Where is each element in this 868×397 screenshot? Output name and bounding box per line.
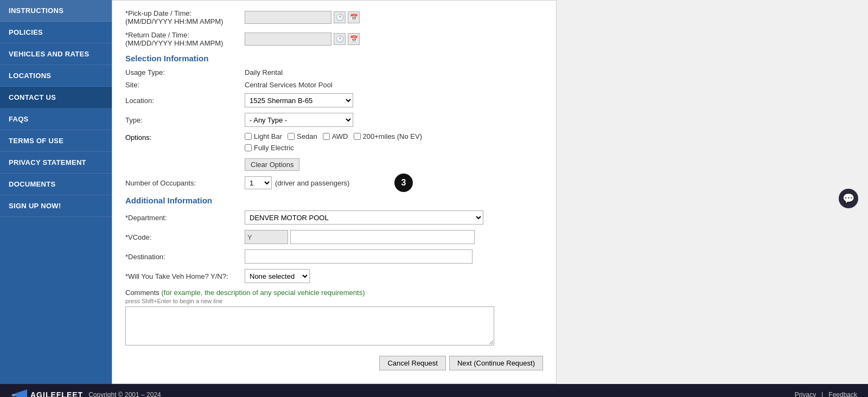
department-label: *Department: xyxy=(125,214,245,222)
sidebar: INSTRUCTIONS POLICIES VEHICLES AND RATES… xyxy=(0,0,112,384)
take-home-label: *Will You Take Veh Home? Y/N?: xyxy=(125,272,245,280)
return-date-group: 🕐 📅 xyxy=(245,33,360,46)
step-badge: 3 xyxy=(394,174,413,192)
location-row: Location: 1525 Sherman B-65 xyxy=(125,93,543,107)
cancel-request-button[interactable]: Cancel Request xyxy=(379,356,446,370)
usage-type-label: Usage Type: xyxy=(125,68,245,76)
options-row: Options: Light Bar Sedan xyxy=(125,132,543,171)
options-label: Options: xyxy=(125,132,245,142)
vcode-group xyxy=(245,230,475,244)
agilefleet-logo-icon: AF xyxy=(11,389,27,397)
sidebar-item-policies[interactable]: POLICIES xyxy=(0,22,112,43)
options-group: Light Bar Sedan AWD 200+miles (No E xyxy=(245,132,422,171)
pickup-date-label: *Pick-up Date / Time: (MM/DD/YYYY HH:MM … xyxy=(125,9,245,25)
footer-logo: AF AGILEFLEET xyxy=(11,389,83,397)
option-sedan-checkbox[interactable] xyxy=(288,133,295,140)
type-row: Type: - Any Type - xyxy=(125,113,543,127)
sidebar-item-terms-of-use[interactable]: TERMS OF USE xyxy=(0,130,112,152)
return-date-row: *Return Date / Time: (MM/DD/YYYY HH:MM A… xyxy=(125,31,543,47)
sidebar-item-instructions[interactable]: INSTRUCTIONS xyxy=(0,0,112,22)
sidebar-item-privacy-statement[interactable]: PRIVACY STATEMENT xyxy=(0,152,112,174)
option-200miles-checkbox[interactable] xyxy=(354,133,361,140)
option-awd-checkbox[interactable] xyxy=(323,133,330,140)
sidebar-item-locations[interactable]: LOCATIONS xyxy=(0,65,112,87)
option-awd-label[interactable]: AWD xyxy=(323,132,348,140)
return-calendar-icon[interactable]: 📅 xyxy=(348,33,360,45)
take-home-select[interactable]: None selected Yes No xyxy=(245,269,310,283)
destination-input[interactable] xyxy=(245,249,473,264)
footer-brand-name: AGILEFLEET xyxy=(30,390,83,397)
usage-type-row: Usage Type: Daily Rental xyxy=(125,68,543,76)
location-select[interactable]: 1525 Sherman B-65 xyxy=(245,93,353,107)
option-fully-electric-checkbox[interactable] xyxy=(245,144,252,151)
option-fully-electric-label[interactable]: Fully Electric xyxy=(245,144,294,152)
options-row-1: Light Bar Sedan AWD 200+miles (No E xyxy=(245,132,422,140)
button-row: Cancel Request Next (Continue Request) xyxy=(125,356,543,370)
option-light-bar-checkbox[interactable] xyxy=(245,133,252,140)
sidebar-item-documents[interactable]: DOCUMENTS xyxy=(0,174,112,195)
comments-textarea[interactable] xyxy=(125,306,494,345)
footer-copyright: Copyright © 2001 – 2024 xyxy=(88,391,161,397)
clear-options-button[interactable]: Clear Options xyxy=(245,158,299,171)
department-row: *Department: DENVER MOTOR POOL xyxy=(125,210,543,225)
occupants-label: Number of Occupants: xyxy=(125,179,245,187)
site-row: Site: Central Services Motor Pool xyxy=(125,81,543,89)
comments-label: Comments (for example, the description o… xyxy=(125,289,543,297)
option-light-bar-label[interactable]: Light Bar xyxy=(245,132,282,140)
comments-hint: (for example, the description of any spe… xyxy=(161,289,365,297)
pickup-calendar-icon[interactable]: 📅 xyxy=(348,11,360,23)
site-label: Site: xyxy=(125,81,245,89)
vcode-label: *VCode: xyxy=(125,233,245,241)
vcode-main-input[interactable] xyxy=(290,230,475,244)
destination-label: *Destination: xyxy=(125,253,245,261)
return-time-icon[interactable]: 🕐 xyxy=(334,33,346,45)
return-date-label: *Return Date / Time: (MM/DD/YYYY HH:MM A… xyxy=(125,31,245,47)
additional-section-title: Additional Information xyxy=(125,196,543,205)
sidebar-item-contact-us[interactable]: CONTACT US xyxy=(0,87,112,108)
pickup-date-input[interactable] xyxy=(245,11,331,24)
pickup-date-group: 🕐 📅 xyxy=(245,11,360,24)
vcode-prefix-input[interactable] xyxy=(245,230,288,244)
occupants-note: (driver and passengers) xyxy=(275,179,349,187)
occupants-select[interactable]: 1 2 3 4 5 xyxy=(245,176,272,189)
sidebar-item-faqs[interactable]: FAQS xyxy=(0,108,112,130)
return-date-input[interactable] xyxy=(245,33,331,46)
svg-text:AF: AF xyxy=(12,394,15,397)
comments-section: Comments (for example, the description o… xyxy=(125,289,543,347)
footer-links: Privacy | Feedback xyxy=(795,391,857,397)
form-container: *Pick-up Date / Time: (MM/DD/YYYY HH:MM … xyxy=(112,0,557,384)
type-label: Type: xyxy=(125,116,245,124)
selection-section-title: Selection Information xyxy=(125,54,543,63)
comments-sub: press Shift+Enter to begin a new line xyxy=(125,298,543,304)
sidebar-item-vehicles-and-rates[interactable]: VEHICLES AND RATES xyxy=(0,43,112,65)
footer-feedback-link[interactable]: Feedback xyxy=(828,391,857,397)
occupants-row: Number of Occupants: 1 2 3 4 5 (driver a… xyxy=(125,176,543,189)
pickup-date-row: *Pick-up Date / Time: (MM/DD/YYYY HH:MM … xyxy=(125,9,543,25)
site-value: Central Services Motor Pool xyxy=(245,81,333,89)
destination-row: *Destination: xyxy=(125,249,543,264)
type-select[interactable]: - Any Type - xyxy=(245,113,353,127)
location-label: Location: xyxy=(125,97,245,105)
footer-privacy-link[interactable]: Privacy xyxy=(795,391,816,397)
footer-left: AF AGILEFLEET Copyright © 2001 – 2024 xyxy=(11,389,161,397)
vcode-row: *VCode: xyxy=(125,230,543,244)
chat-widget[interactable]: 💬 xyxy=(839,189,858,208)
option-200miles-label[interactable]: 200+miles (No EV) xyxy=(354,132,422,140)
next-continue-button[interactable]: Next (Continue Request) xyxy=(449,356,543,370)
option-sedan-label[interactable]: Sedan xyxy=(288,132,317,140)
usage-type-value: Daily Rental xyxy=(245,68,283,76)
pickup-time-icon[interactable]: 🕐 xyxy=(334,11,346,23)
main-content: *Pick-up Date / Time: (MM/DD/YYYY HH:MM … xyxy=(112,0,868,384)
take-home-row: *Will You Take Veh Home? Y/N?: None sele… xyxy=(125,269,543,283)
sidebar-item-sign-up-now[interactable]: SIGN UP NOW! xyxy=(0,195,112,217)
options-row-2: Fully Electric xyxy=(245,144,422,152)
footer: AF AGILEFLEET Copyright © 2001 – 2024 Pr… xyxy=(0,384,868,397)
department-select[interactable]: DENVER MOTOR POOL xyxy=(245,210,483,225)
footer-divider: | xyxy=(821,391,823,397)
